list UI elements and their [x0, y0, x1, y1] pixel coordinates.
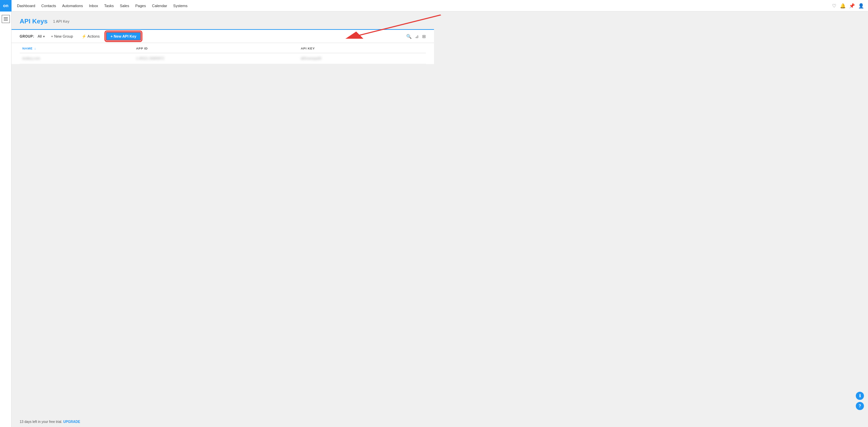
nav-link-inbox[interactable]: Inbox [87, 2, 100, 9]
sidebar [0, 12, 12, 214]
svg-rect-1 [4, 19, 8, 19]
col-app-id[interactable]: APP ID [133, 43, 298, 53]
table-container: NAME ↓ APP ID API KEY testkey.com1.45521… [12, 43, 434, 64]
col-api-key[interactable]: API KEY [298, 43, 426, 53]
svg-rect-2 [4, 20, 8, 21]
new-group-button[interactable]: + New Group [48, 33, 76, 40]
main-content: API Keys 1 API Key GROUP: All ▾ + New Gr… [12, 12, 434, 214]
cell-app_id: 1.45521.56889972 [133, 53, 298, 64]
group-label: GROUP: [20, 35, 34, 38]
cell-api_key: dk5nwmjxp00 [298, 53, 426, 64]
group-value: All [38, 34, 42, 38]
sidebar-toggle[interactable] [2, 15, 10, 23]
filter-icon[interactable]: ⊿ [415, 34, 419, 39]
page-header: API Keys 1 API Key [20, 18, 426, 25]
table-header-row: NAME ↓ APP ID API KEY [20, 43, 426, 53]
page-title: API Keys [20, 18, 47, 25]
logo[interactable]: on [0, 0, 12, 12]
nav-link-sales[interactable]: Sales [118, 2, 131, 9]
svg-rect-0 [4, 17, 8, 18]
toolbar: GROUP: All ▾ + New Group ⚡ Actions + New… [12, 29, 434, 43]
actions-button[interactable]: ⚡ Actions [79, 33, 102, 40]
dropdown-arrow-icon: ▾ [43, 35, 45, 38]
nav-link-contacts[interactable]: Contacts [39, 2, 58, 9]
cell-name: testkey.com [20, 53, 133, 64]
nav-link-automations[interactable]: Automations [60, 2, 85, 9]
toolbar-right: 🔍 ⊿ ⊞ [406, 34, 426, 39]
nav-link-systems[interactable]: Systems [171, 2, 190, 9]
nav-link-pages[interactable]: Pages [133, 2, 148, 9]
top-nav: on DashboardContactsAutomationsInboxTask… [0, 0, 434, 12]
table-row: testkey.com1.45521.56889972dk5nwmjxp00 [20, 53, 426, 64]
group-select[interactable]: All ▾ [38, 34, 45, 38]
new-api-key-button[interactable]: + New API Key [106, 32, 141, 41]
search-icon[interactable]: 🔍 [406, 34, 412, 39]
columns-icon[interactable]: ⊞ [422, 34, 426, 39]
col-name[interactable]: NAME ↓ [20, 43, 133, 53]
nav-links: DashboardContactsAutomationsInboxTasksSa… [12, 2, 434, 9]
page-subtitle: 1 API Key [53, 19, 69, 23]
api-keys-table: NAME ↓ APP ID API KEY testkey.com1.45521… [20, 43, 426, 64]
nav-link-dashboard[interactable]: Dashboard [15, 2, 37, 9]
nav-link-tasks[interactable]: Tasks [102, 2, 116, 9]
nav-link-calendar[interactable]: Calendar [150, 2, 169, 9]
